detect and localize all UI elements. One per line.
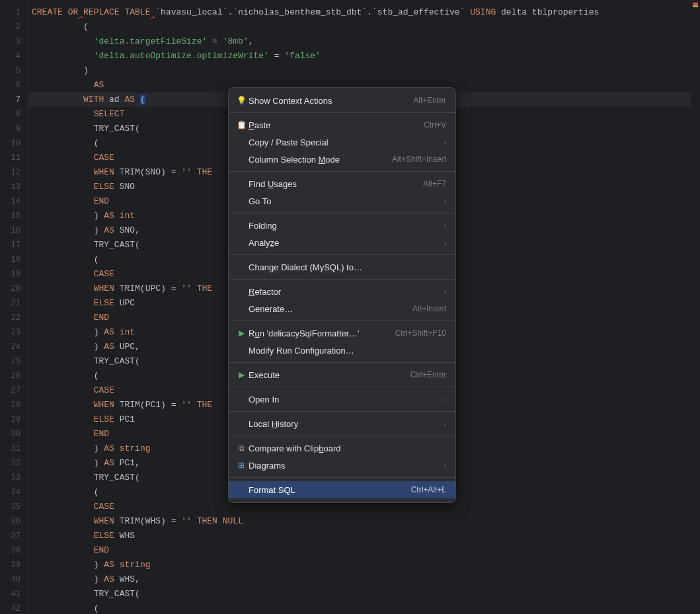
line-number: 41 [0, 587, 28, 601]
menu-item-label: Paste [247, 120, 417, 130]
menu-item[interactable]: Open In› [229, 391, 455, 408]
line-number: 31 [0, 441, 28, 456]
line-number: 6 [0, 78, 28, 93]
line-number: 8 [0, 107, 28, 122]
line-number: 14 [0, 194, 28, 209]
menu-separator [229, 411, 455, 412]
menu-separator [229, 362, 455, 363]
warning-marker[interactable] [693, 5, 698, 7]
menu-item[interactable]: Find UsagesAlt+F7 [229, 175, 455, 192]
menu-separator [229, 436, 455, 436]
menu-icon: 💡 [235, 96, 247, 105]
chevron-right-icon: › [438, 396, 446, 403]
menu-item-label: Find Usages [247, 179, 416, 189]
code-line[interactable]: ELSE WHS [29, 529, 700, 543]
code-line[interactable]: 'delta.targetFileSize' = '8mb', [29, 34, 700, 49]
menu-separator [229, 112, 455, 113]
error-marker[interactable] [693, 3, 698, 5]
context-menu: 💡Show Context ActionsAlt+Enter📋PasteCtrl… [228, 87, 456, 503]
menu-icon: ⊞ [235, 461, 247, 470]
menu-separator [229, 171, 455, 172]
menu-item[interactable]: Generate…Alt+Insert [229, 300, 455, 317]
menu-item[interactable]: Copy / Paste Special› [229, 134, 455, 151]
menu-item[interactable]: ▶ExecuteCtrl+Enter [229, 366, 455, 383]
menu-item[interactable]: Local History› [229, 415, 455, 432]
menu-item-label: Copy / Paste Special [247, 137, 438, 147]
line-number: 37 [0, 529, 28, 543]
menu-icon: 📋 [235, 120, 247, 130]
menu-item-label: Column Selection Mode [247, 155, 385, 165]
menu-item[interactable]: Analyze› [229, 234, 455, 251]
menu-item-label: Local History [247, 419, 438, 429]
code-line[interactable]: ) [29, 63, 700, 78]
menu-item[interactable]: 💡Show Context ActionsAlt+Enter [229, 92, 455, 109]
menu-item[interactable]: ⊞Diagrams› [229, 457, 455, 474]
vertical-scrollbar[interactable] [691, 0, 700, 614]
line-number: 20 [0, 282, 28, 296]
menu-item-shortcut: Alt+Shift+Insert [385, 155, 446, 164]
code-line[interactable]: END [29, 543, 700, 558]
menu-item-shortcut: Ctrl+V [417, 120, 446, 130]
line-number: 38 [0, 543, 28, 558]
code-line[interactable]: CREATE OR REPLACE TABLE `havasu_local`.`… [29, 5, 700, 20]
chevron-right-icon: › [438, 198, 446, 205]
line-number: 25 [0, 354, 28, 369]
code-line[interactable]: ( [29, 20, 700, 34]
menu-item-shortcut: Alt+Insert [406, 304, 446, 313]
line-number: 19 [0, 267, 28, 282]
menu-item[interactable]: Change Dialect (MySQL) to… [229, 258, 455, 276]
menu-item-label: Execute [247, 370, 404, 380]
menu-item[interactable]: Refactor› [229, 283, 455, 300]
code-line[interactable]: ( [29, 601, 700, 614]
line-number: 10 [0, 136, 28, 151]
code-line[interactable]: WHEN TRIM(WHS) = '' THEN NULL [29, 514, 700, 529]
menu-item[interactable]: Modify Run Configuration… [229, 342, 455, 359]
menu-item-label: Go To [247, 196, 438, 206]
code-line[interactable]: 'delta.autoOptimize.optimizeWrite' = 'fa… [29, 49, 700, 63]
line-number: 15 [0, 209, 28, 223]
menu-item[interactable]: 📋PasteCtrl+V [229, 116, 455, 134]
line-number: 21 [0, 296, 28, 311]
line-number: 42 [0, 601, 28, 614]
chevron-right-icon: › [438, 288, 446, 295]
menu-item[interactable]: Format SQLCtrl+Alt+L [229, 481, 455, 498]
menu-item[interactable]: ⧉Compare with Clipboard [229, 440, 455, 457]
line-number-gutter: 1234567891011121314151617181920212223242… [0, 0, 29, 614]
menu-item-label: Show Context Actions [247, 96, 407, 106]
line-number: 13 [0, 180, 28, 194]
menu-item-shortcut: Alt+F7 [416, 179, 446, 188]
line-number: 9 [0, 122, 28, 136]
menu-item-shortcut: Ctrl+Shift+F10 [389, 328, 446, 338]
menu-separator [229, 387, 455, 387]
line-number: 1 [0, 5, 28, 20]
menu-separator [229, 254, 455, 255]
menu-item-label: Run 'delicacySqlFormatter…' [247, 328, 389, 338]
menu-icon: ▶ [235, 328, 247, 338]
menu-item-label: Modify Run Configuration… [247, 346, 446, 356]
line-number: 16 [0, 223, 28, 238]
menu-item[interactable]: Go To› [229, 192, 455, 210]
line-number: 32 [0, 456, 28, 471]
menu-item-shortcut: Alt+Enter [407, 96, 446, 105]
menu-separator [229, 477, 455, 478]
menu-icon: ▶ [235, 370, 247, 379]
menu-item[interactable]: Folding› [229, 217, 455, 234]
line-number: 28 [0, 398, 28, 412]
line-number: 39 [0, 558, 28, 572]
line-number: 4 [0, 49, 28, 63]
menu-item-shortcut: Ctrl+Alt+L [405, 485, 446, 494]
line-number: 22 [0, 311, 28, 325]
menu-item[interactable]: Column Selection ModeAlt+Shift+Insert [229, 151, 455, 168]
line-number: 34 [0, 485, 28, 500]
line-number: 40 [0, 572, 28, 587]
menu-item-shortcut: Ctrl+Enter [404, 370, 446, 379]
chevron-right-icon: › [438, 239, 446, 247]
code-line[interactable]: TRY_CAST( [29, 587, 700, 601]
line-number: 5 [0, 63, 28, 78]
menu-item[interactable]: ▶Run 'delicacySqlFormatter…'Ctrl+Shift+F… [229, 325, 455, 342]
menu-item-label: Refactor [247, 287, 438, 297]
menu-icon: ⧉ [235, 443, 247, 453]
code-line[interactable]: ) AS WHS, [29, 572, 700, 587]
code-line[interactable]: ) AS string [29, 558, 700, 572]
menu-item-label: Generate… [247, 304, 406, 314]
